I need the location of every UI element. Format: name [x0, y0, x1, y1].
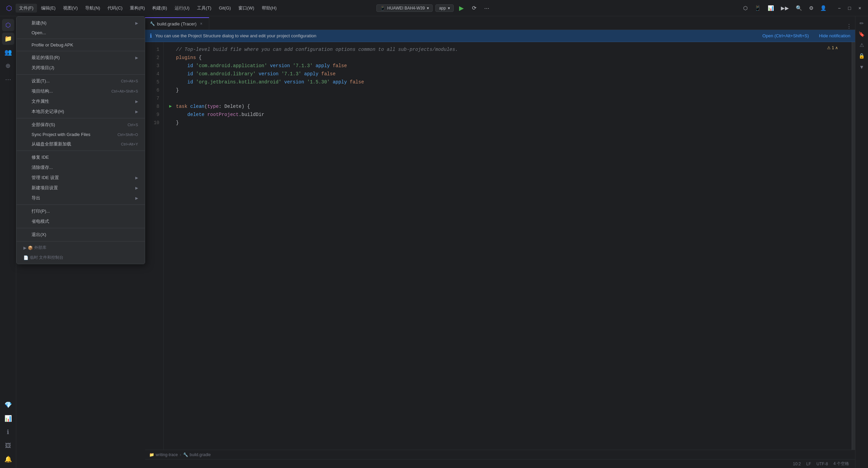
close-project-label: 关闭项目(J) — [32, 65, 54, 71]
menu-item-file-props[interactable]: 文件属性 ▶ — [18, 96, 143, 106]
menu-item-reload-disk[interactable]: 从磁盘全部重新加载 Ctrl+Alt+Y — [18, 139, 143, 149]
menu-navigate[interactable]: 导航(N) — [82, 4, 103, 13]
menu-item-settings[interactable]: 设置(T)... Ctrl+Alt+S — [18, 76, 143, 86]
code-line-1: // Top-level build file where you can ad… — [169, 45, 846, 54]
menu-item-local-history[interactable]: 本地历史记录(H) ▶ — [18, 106, 143, 117]
temp-files-icon: 📄 — [23, 255, 28, 260]
menu-item-project-structure[interactable]: 项目结构... Ctrl+Alt+Shift+S — [18, 86, 143, 96]
menu-item-sync-gradle[interactable]: Sync Project with Gradle Files Ctrl+Shif… — [18, 130, 143, 139]
separator-8 — [17, 241, 145, 241]
export-arrow: ▶ — [135, 196, 138, 200]
menu-build[interactable]: 构建(B) — [149, 4, 170, 13]
run-tasks-icon[interactable]: ▶▶ — [778, 3, 791, 13]
tab-more-button[interactable]: ⋮ — [843, 23, 855, 30]
reload-disk-label: 从磁盘全部重新加载 — [32, 141, 71, 147]
menu-item-save-all[interactable]: 全部保存(S) Ctrl+S — [18, 120, 143, 130]
activity-icon-bell[interactable]: 🔔 — [2, 453, 14, 465]
reload-disk-shortcut: Ctrl+Alt+Y — [121, 142, 138, 146]
menu-window[interactable]: 窗口(W) — [235, 4, 258, 13]
code-line-10: } — [169, 119, 846, 127]
vertical-scrollbar[interactable] — [852, 42, 855, 450]
menu-code[interactable]: 代码(C) — [104, 4, 126, 13]
search-icon[interactable]: 🔍 — [793, 3, 805, 13]
project-struct-shortcut: Ctrl+Alt+Shift+S — [111, 89, 138, 93]
minimize-button[interactable]: − — [834, 4, 844, 13]
maximize-button[interactable]: □ — [845, 4, 854, 13]
more-button[interactable]: ⋯ — [482, 3, 492, 13]
menu-item-power-save[interactable]: 省电模式 — [18, 216, 143, 227]
rs-edit-icon[interactable]: ✏ — [857, 18, 867, 28]
menu-view[interactable]: 视图(V) — [60, 4, 81, 13]
tab-label: build.gradle (Tracer) — [157, 21, 197, 26]
file-props-arrow: ▶ — [135, 99, 138, 104]
separator-5 — [17, 151, 145, 151]
menu-item-new-project-settings[interactable]: 新建项目设置 ▶ — [18, 183, 143, 193]
app-selector[interactable]: app ▾ — [435, 4, 454, 12]
menu-item-clear-cache[interactable]: 清除缓存... — [18, 162, 143, 173]
menu-tools[interactable]: 工具(T) — [194, 4, 215, 13]
code-content[interactable]: // Top-level build file where you can ad… — [164, 42, 852, 450]
activity-icon-chart[interactable]: 📊 — [2, 412, 14, 425]
status-encoding[interactable]: UTF-8 — [814, 461, 830, 467]
menu-item-recent[interactable]: 最近的项目(R) ▶ — [18, 53, 143, 63]
rs-shield-icon[interactable]: 🔒 — [857, 51, 867, 61]
menu-item-profile-apk[interactable]: Profile or Debug APK — [18, 40, 143, 50]
status-line-ending[interactable]: LF — [804, 461, 813, 467]
menu-item-export[interactable]: 导出 ▶ — [18, 193, 143, 203]
file-name: build.gradle — [190, 452, 211, 457]
menu-item-new[interactable]: 新建(N) ▶ — [18, 18, 143, 28]
menu-item-repair-ide[interactable]: 修复 IDE — [18, 152, 143, 162]
device-selector[interactable]: 📱 HUAWEI BAH4-W39 ▾ — [376, 4, 433, 12]
menu-file[interactable]: 文件(F) — [16, 4, 37, 13]
rs-bookmark-icon[interactable]: 🔖 — [857, 29, 867, 39]
activity-icon-files[interactable]: 📁 — [2, 33, 14, 45]
breadcrumb-file[interactable]: 🔧 build.gradle — [183, 452, 211, 457]
profiler-icon[interactable]: 📊 — [765, 3, 776, 13]
editor-area: 🔧 build.gradle (Tracer) × ⋮ ℹ You can us… — [145, 16, 855, 468]
code-line-6: } — [169, 86, 846, 94]
status-cursor-pos[interactable]: 10:2 — [791, 461, 803, 467]
menu-run[interactable]: 运行(U) — [171, 4, 193, 13]
tab-close-icon[interactable]: × — [199, 21, 204, 26]
breadcrumb-project[interactable]: 📁 writing-trace — [149, 452, 178, 457]
activity-icon-plus[interactable]: ⊕ — [2, 60, 14, 72]
file-icon: 🔧 — [183, 452, 188, 457]
tab-build-gradle[interactable]: 🔧 build.gradle (Tracer) × — [145, 17, 209, 30]
activity-icon-more[interactable]: ⋯ — [2, 73, 14, 85]
menu-item-open[interactable]: Open... — [18, 28, 143, 37]
menu-item-close-project[interactable]: 关闭项目(J) — [18, 63, 143, 73]
menu-item-exit[interactable]: 退出(X) — [18, 230, 143, 240]
menu-item-manage-ide[interactable]: 管理 IDE 设置 ▶ — [18, 173, 143, 183]
menu-help[interactable]: 帮助(H) — [258, 4, 280, 13]
tab-bar: 🔧 build.gradle (Tracer) × ⋮ — [145, 16, 855, 30]
rs-chevron-icon[interactable]: ▼ — [857, 62, 867, 72]
activity-icon-gem[interactable]: 💎 — [2, 399, 14, 411]
sdk-manager-icon[interactable]: ⬡ — [741, 3, 750, 13]
sync-button[interactable]: ⟳ — [469, 3, 479, 13]
right-sidebar: ✏ 🔖 ⚠ 🔒 ▼ — [855, 16, 868, 468]
menu-item-temp-files[interactable]: 📄 临时 文件和控制台 — [18, 253, 143, 262]
new-project-settings-arrow: ▶ — [135, 186, 138, 190]
activity-icon-info[interactable]: ℹ — [2, 426, 14, 438]
menu-item-print[interactable]: 打印(P)... — [18, 206, 143, 216]
expand-warnings-icon[interactable]: ∧ — [835, 45, 838, 50]
breadcrumb-bar: 📁 writing-trace › 🔧 build.gradle — [145, 450, 855, 459]
activity-icon-image[interactable]: 🖼 — [2, 440, 14, 452]
rs-warning-icon[interactable]: ⚠ — [857, 40, 867, 50]
menu-edit[interactable]: 编辑(E) — [38, 4, 59, 13]
status-indent[interactable]: 4 个空格 — [831, 460, 851, 467]
hide-notification-button[interactable]: Hide notification — [819, 33, 851, 38]
export-label: 导出 — [32, 195, 40, 201]
account-icon[interactable]: 👤 — [818, 3, 829, 13]
avd-manager-icon[interactable]: 📱 — [752, 3, 763, 13]
activity-icon-android[interactable]: ⬡ — [2, 19, 14, 31]
save-all-shortcut: Ctrl+S — [127, 123, 138, 127]
settings-icon[interactable]: ⚙ — [807, 3, 816, 13]
menu-refactor[interactable]: 重构(R) — [126, 4, 148, 13]
menu-item-external-libs[interactable]: ▶ 📦 外部库 — [18, 243, 143, 253]
notification-link[interactable]: Open (Ctrl+Alt+Shift+S) — [763, 33, 809, 38]
activity-icon-users[interactable]: 👥 — [2, 46, 14, 58]
run-button[interactable]: ▶ — [456, 3, 467, 13]
close-button[interactable]: × — [855, 4, 865, 13]
menu-git[interactable]: Git(G) — [215, 4, 234, 12]
